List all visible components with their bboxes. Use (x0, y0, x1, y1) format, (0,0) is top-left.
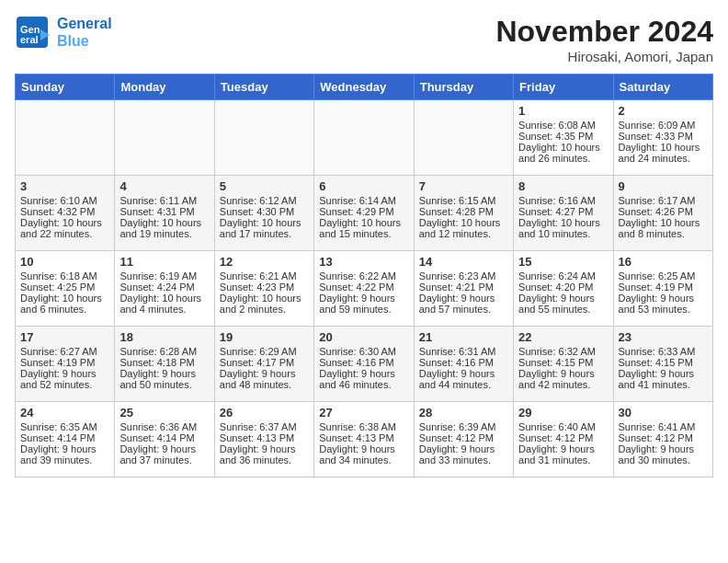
calendar-cell (314, 100, 414, 176)
calendar-table: SundayMondayTuesdayWednesdayThursdayFrid… (15, 74, 713, 477)
day-number: 18 (119, 330, 209, 344)
sunrise-text: Sunrise: 6:33 AM (619, 346, 696, 357)
day-number: 28 (419, 406, 508, 419)
daylight-text: Daylight: 9 hours and 53 minutes. (619, 293, 695, 315)
daylight-text: Daylight: 9 hours and 37 minutes. (119, 443, 196, 465)
daylight-text: Daylight: 9 hours and 34 minutes. (319, 443, 395, 465)
calendar-cell: 13Sunrise: 6:22 AMSunset: 4:22 PMDayligh… (314, 251, 414, 327)
calendar-cell: 5Sunrise: 6:12 AMSunset: 4:30 PMDaylight… (214, 176, 313, 251)
logo: Gen eral General Blue (15, 15, 112, 50)
day-number: 27 (319, 406, 408, 419)
sunrise-text: Sunrise: 6:39 AM (419, 421, 496, 432)
sunrise-text: Sunrise: 6:36 AM (119, 421, 197, 432)
calendar-cell: 6Sunrise: 6:14 AMSunset: 4:29 PMDaylight… (314, 176, 414, 251)
sunset-text: Sunset: 4:19 PM (20, 357, 95, 368)
sunrise-text: Sunrise: 6:23 AM (419, 270, 496, 282)
calendar-cell: 29Sunrise: 6:40 AMSunset: 4:12 PMDayligh… (514, 402, 613, 477)
calendar-cell: 3Sunrise: 6:10 AMSunset: 4:32 PMDaylight… (16, 176, 115, 251)
sunset-text: Sunset: 4:30 PM (220, 206, 294, 217)
sunrise-text: Sunrise: 6:35 AM (20, 421, 97, 432)
sunrise-text: Sunrise: 6:17 AM (619, 195, 696, 206)
sunset-text: Sunset: 4:15 PM (518, 357, 593, 368)
sunset-text: Sunset: 4:35 PM (518, 131, 593, 142)
daylight-text: Daylight: 9 hours and 50 minutes. (119, 368, 196, 390)
daylight-text: Daylight: 10 hours and 2 minutes. (220, 293, 301, 315)
day-number: 26 (220, 406, 309, 419)
header-saturday: Saturday (613, 75, 712, 100)
day-number: 20 (319, 330, 408, 344)
daylight-text: Daylight: 9 hours and 39 minutes. (20, 443, 97, 465)
day-number: 14 (419, 255, 508, 269)
daylight-text: Daylight: 10 hours and 24 minutes. (619, 142, 700, 164)
calendar-cell: 21Sunrise: 6:31 AMSunset: 4:16 PMDayligh… (414, 327, 513, 402)
day-number: 5 (220, 179, 309, 193)
sunrise-text: Sunrise: 6:15 AM (419, 195, 496, 206)
sunrise-text: Sunrise: 6:41 AM (619, 421, 696, 432)
sunrise-text: Sunrise: 6:40 AM (518, 421, 596, 432)
sunset-text: Sunset: 4:32 PM (20, 206, 95, 217)
sunrise-text: Sunrise: 6:29 AM (220, 346, 297, 357)
sunrise-text: Sunrise: 6:14 AM (319, 195, 396, 206)
header-sunday: Sunday (16, 75, 115, 100)
calendar-cell: 23Sunrise: 6:33 AMSunset: 4:15 PMDayligh… (613, 327, 712, 402)
calendar-cell: 4Sunrise: 6:11 AMSunset: 4:31 PMDaylight… (115, 176, 214, 251)
sunset-text: Sunset: 4:19 PM (619, 282, 693, 293)
calendar-cell: 28Sunrise: 6:39 AMSunset: 4:12 PMDayligh… (414, 402, 513, 477)
sunrise-text: Sunrise: 6:24 AM (518, 270, 596, 282)
daylight-text: Daylight: 9 hours and 46 minutes. (319, 368, 395, 390)
calendar-cell: 20Sunrise: 6:30 AMSunset: 4:16 PMDayligh… (314, 327, 414, 402)
sunrise-text: Sunrise: 6:22 AM (319, 270, 396, 282)
calendar-cell: 16Sunrise: 6:25 AMSunset: 4:19 PMDayligh… (613, 251, 712, 327)
daylight-text: Daylight: 9 hours and 30 minutes. (619, 443, 695, 465)
daylight-text: Daylight: 9 hours and 36 minutes. (220, 443, 296, 465)
sunrise-text: Sunrise: 6:38 AM (319, 421, 396, 432)
sunrise-text: Sunrise: 6:08 AM (518, 120, 596, 131)
sunset-text: Sunset: 4:25 PM (20, 282, 95, 293)
daylight-text: Daylight: 9 hours and 57 minutes. (419, 293, 495, 315)
day-number: 1 (518, 104, 608, 118)
calendar-cell: 22Sunrise: 6:32 AMSunset: 4:15 PMDayligh… (514, 327, 613, 402)
sunrise-text: Sunrise: 6:37 AM (220, 421, 297, 432)
calendar-cell: 11Sunrise: 6:19 AMSunset: 4:24 PMDayligh… (115, 251, 214, 327)
calendar-cell: 18Sunrise: 6:28 AMSunset: 4:18 PMDayligh… (115, 327, 214, 402)
sunrise-text: Sunrise: 6:12 AM (220, 195, 297, 206)
calendar-cell: 24Sunrise: 6:35 AMSunset: 4:14 PMDayligh… (16, 402, 115, 477)
sunset-text: Sunset: 4:31 PM (119, 206, 194, 217)
sunrise-text: Sunrise: 6:30 AM (319, 346, 396, 357)
header-monday: Monday (115, 75, 214, 100)
calendar-week-1: 1Sunrise: 6:08 AMSunset: 4:35 PMDaylight… (16, 100, 713, 176)
calendar-week-2: 3Sunrise: 6:10 AMSunset: 4:32 PMDaylight… (16, 176, 713, 251)
sunset-text: Sunset: 4:20 PM (518, 282, 593, 293)
calendar-cell (214, 100, 313, 176)
header-wednesday: Wednesday (314, 75, 414, 100)
sunset-text: Sunset: 4:12 PM (518, 432, 593, 443)
sunset-text: Sunset: 4:29 PM (319, 206, 393, 217)
header-friday: Friday (514, 75, 613, 100)
logo-icon: Gen eral (15, 15, 50, 50)
header-tuesday: Tuesday (214, 75, 313, 100)
daylight-text: Daylight: 10 hours and 19 minutes. (119, 217, 201, 239)
day-number: 24 (20, 406, 109, 419)
day-number: 3 (20, 179, 109, 193)
sunrise-text: Sunrise: 6:28 AM (119, 346, 197, 357)
daylight-text: Daylight: 9 hours and 44 minutes. (419, 368, 495, 390)
sunset-text: Sunset: 4:26 PM (619, 206, 693, 217)
sunset-text: Sunset: 4:22 PM (319, 282, 393, 293)
calendar-cell: 30Sunrise: 6:41 AMSunset: 4:12 PMDayligh… (613, 402, 712, 477)
location-subtitle: Hirosaki, Aomori, Japan (495, 49, 713, 64)
calendar-cell: 1Sunrise: 6:08 AMSunset: 4:35 PMDaylight… (514, 100, 613, 176)
sunset-text: Sunset: 4:33 PM (619, 131, 693, 142)
daylight-text: Daylight: 10 hours and 4 minutes. (119, 293, 201, 315)
calendar-cell: 14Sunrise: 6:23 AMSunset: 4:21 PMDayligh… (414, 251, 513, 327)
logo-text: General Blue (57, 15, 112, 50)
calendar-cell: 25Sunrise: 6:36 AMSunset: 4:14 PMDayligh… (115, 402, 214, 477)
sunset-text: Sunset: 4:14 PM (119, 432, 194, 443)
calendar-cell: 10Sunrise: 6:18 AMSunset: 4:25 PMDayligh… (16, 251, 115, 327)
daylight-text: Daylight: 9 hours and 59 minutes. (319, 293, 395, 315)
header-thursday: Thursday (414, 75, 513, 100)
sunset-text: Sunset: 4:12 PM (419, 432, 494, 443)
page-header: Gen eral General Blue November 2024 Hiro… (15, 15, 713, 64)
sunset-text: Sunset: 4:16 PM (319, 357, 393, 368)
calendar-cell: 27Sunrise: 6:38 AMSunset: 4:13 PMDayligh… (314, 402, 414, 477)
calendar-cell: 26Sunrise: 6:37 AMSunset: 4:13 PMDayligh… (214, 402, 313, 477)
